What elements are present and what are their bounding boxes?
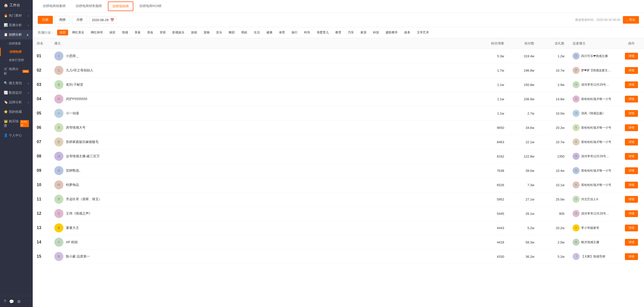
action-cell: 详情 <box>619 78 644 92</box>
detail-button[interactable]: 详情 <box>625 253 638 260</box>
category-chongwu[interactable]: 宠物 <box>201 30 212 35</box>
sidebar-item-live-analysis[interactable]: 📊 直播分析 › <box>0 20 33 30</box>
category-jiaju[interactable]: 家居 <box>358 30 369 35</box>
category-shishang[interactable]: 时尚 <box>302 30 313 35</box>
table-row: 01 小 小思雨＿ 5.3w 319.4w 1.2w 四 四川可乐❤情感主播 详… <box>33 49 644 63</box>
spacer-cell <box>424 149 478 164</box>
sidebar-item-brand-analysis[interactable]: 🏷️ 品牌分析 › <box>0 97 33 107</box>
category-keji[interactable]: 科技 <box>371 30 382 35</box>
fans-vol-cell: 4418 <box>478 235 508 249</box>
detail-button[interactable]: 详情 <box>625 96 638 103</box>
sidebar-item-ecom-analysis[interactable]: 🛒 电商分析 New <box>0 64 33 78</box>
sidebar-item-streamer-find[interactable]: 🔍 播主查找 › <box>0 78 33 88</box>
sidebar-item-rank-analysis[interactable]: 📋 挂榜分析 ∧ <box>0 30 33 39</box>
category-qinggan[interactable]: 情感 <box>119 30 131 35</box>
category-muying[interactable]: 母婴育儿 <box>314 30 331 35</box>
avatar: 笑 <box>54 166 63 175</box>
sidebar-item-data-monitor[interactable]: 📈 数据监控 › <box>0 88 33 97</box>
category-chuanda[interactable]: 穿搭 <box>157 30 168 35</box>
sidebar-item-buy-vip[interactable]: 👑 购买续费 年付6折 <box>0 117 33 131</box>
category-sheying[interactable]: 摄影教学 <box>383 30 400 35</box>
category-yingshi[interactable]: 影视娱乐 <box>170 30 187 35</box>
fans-vol-cell: 4443 <box>478 221 508 235</box>
settings-icon[interactable]: ⚙ <box>17 299 21 304</box>
category-wenxue[interactable]: 文学艺术 <box>414 30 431 35</box>
detail-button[interactable]: 详情 <box>625 124 638 131</box>
rank-cell: 15 <box>33 249 50 264</box>
detail-button[interactable]: 详情 <box>625 81 638 88</box>
gift-cell: 2.9w <box>538 78 569 92</box>
category-mengwa[interactable]: 萌娃 <box>239 30 250 35</box>
detail-button[interactable]: 详情 <box>625 153 638 160</box>
detail-button[interactable]: 详情 <box>625 67 638 74</box>
tab-roi-rank[interactable]: 挂榜电商ROI榜 <box>134 0 167 12</box>
sidebar-item-my-income[interactable]: ⭐ 我的收藏 <box>0 107 33 117</box>
week-filter-btn[interactable]: 周榜 <box>55 16 70 24</box>
streamer-name: 老刘-子献堂 <box>66 82 83 87</box>
detail-button[interactable]: 详情 <box>625 196 638 203</box>
home-icon: 🏠 <box>4 3 8 7</box>
category-all[interactable]: 全部 <box>57 30 68 35</box>
category-yinyue[interactable]: 音乐 <box>214 30 225 35</box>
fans-cnt-cell: 27.1w <box>508 192 538 207</box>
category-jiankang[interactable]: 健康 <box>264 30 275 35</box>
related-avatar: 喜 <box>573 124 580 131</box>
related-avatar: 清 <box>573 81 580 88</box>
action-cell: 详情 <box>619 164 644 178</box>
category-youxi[interactable]: 游戏 <box>188 30 199 35</box>
gift-cell: 905 <box>538 207 569 221</box>
detail-button[interactable]: 详情 <box>625 182 638 188</box>
sidebar-item-hot-material[interactable]: 🔥 热门素材 › <box>0 11 33 20</box>
sidebar-sub-rank-search[interactable]: · 挂榜搜索 <box>0 39 33 48</box>
header-fans-cnt: 粉丝数 <box>508 38 538 49</box>
date-picker[interactable]: 2020-06-29 📅 <box>89 17 117 23</box>
table-row: 06 房 房哥情感大号 9650 34.6w 20.2w 喜 喜哈哈杜瑞才唯一小… <box>33 121 644 135</box>
detail-button[interactable]: 详情 <box>625 239 638 246</box>
detail-button[interactable]: 详情 <box>625 139 638 145</box>
category-meizhuang[interactable]: 美妆 <box>145 30 156 35</box>
detail-button[interactable]: 详情 <box>625 210 638 217</box>
help-icon[interactable]: ? <box>4 299 6 304</box>
fans-vol-cell: 1.1w <box>478 78 508 92</box>
related-name: 四川可乐❤情感主播 <box>581 54 608 58</box>
sidebar-item-personal[interactable]: 👤 个人中心 <box>0 131 33 140</box>
tab-sales-amount[interactable]: 挂榜电商销售额榜 <box>71 0 107 12</box>
detail-button[interactable]: 详情 <box>625 110 638 117</box>
fans-vol-cell: 4330 <box>478 249 508 264</box>
fans-vol-cell: 5.3w <box>478 49 508 63</box>
day-filter-btn[interactable]: 日榜 <box>38 16 53 24</box>
category-shenghuo[interactable]: 生活 <box>251 30 262 35</box>
header-rank: 排名 <box>33 38 50 49</box>
fans-vol-cell: 8162 <box>478 149 508 164</box>
related-avatar: 河 <box>573 196 580 203</box>
category-tiyu[interactable]: 体育 <box>276 30 288 35</box>
category-lvxing[interactable]: 旅行 <box>289 30 300 35</box>
action-cell: 详情 <box>619 207 644 221</box>
month-filter-btn[interactable]: 月榜 <box>72 16 87 24</box>
category-shuaige[interactable]: 网红帅哥 <box>88 30 105 35</box>
streamer-cell: A AP 粉妞 <box>50 235 424 249</box>
detail-button[interactable]: 详情 <box>625 225 638 231</box>
related-name: 清河李哥12月29号活动 <box>581 212 611 216</box>
category-wanghong[interactable]: 网红美女 <box>70 30 87 35</box>
rank-old-label: · 老铁打赏榜 <box>7 58 24 62</box>
category-jiaoyu[interactable]: 教育 <box>333 30 344 35</box>
detail-button[interactable]: 详情 <box>625 53 638 60</box>
tab-sales-rank[interactable]: 挂榜电商销量榜 <box>38 0 71 12</box>
sidebar-sub-rank-old[interactable]: · 老铁打赏榜 <box>0 56 33 64</box>
category-meishi[interactable]: 美食 <box>132 30 143 35</box>
category-zhengwu[interactable]: 政务 <box>402 30 413 35</box>
chat-icon[interactable]: 💬 <box>9 299 14 304</box>
filter-bar: 日榜 周榜 月榜 2020-06-29 📅 数据更新时间：2020-06-30 … <box>33 13 644 27</box>
chevron-up-icon: ∧ <box>26 33 29 37</box>
category-wudao[interactable]: 舞蹈 <box>226 30 237 35</box>
tab-hot-rank[interactable]: 挂榜茄粉榜 <box>108 2 133 11</box>
export-button[interactable]: ↑ 导出 <box>623 16 639 24</box>
sidebar-sub-rank-hot[interactable]: · 挂榜热榜 <box>0 48 33 56</box>
category-gaoixao[interactable]: 搞笑 <box>107 30 118 35</box>
detail-button[interactable]: 详情 <box>625 167 638 174</box>
gift-cell: 10.7w <box>538 135 569 149</box>
fans-cnt-cell: 196.8w <box>508 63 538 78</box>
chevron-icon: › <box>28 100 29 104</box>
category-qiche[interactable]: 汽车 <box>345 30 356 35</box>
